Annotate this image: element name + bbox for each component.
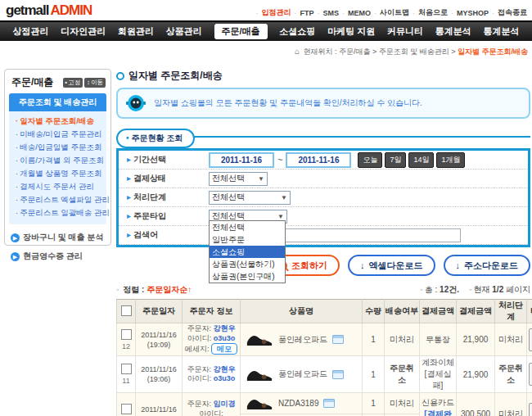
orderer-name[interactable]: 강현우 [214,365,236,373]
download-arrow-icon: ↓ [456,260,461,270]
download-arrow-icon: ↓ [360,260,365,270]
top-link-접속종료[interactable]: 접속종료 [498,7,527,18]
stage-cell: 주문취소 [495,356,527,393]
column-header-상품명: 상품명 [241,300,363,323]
product-image [246,396,273,411]
pay-method: 계좌이체 [422,358,454,367]
table-row: 102011/11/16(17:59)주문자: 임미경아이디: mimilimN… [117,393,532,414]
period-button-7일[interactable]: 7일 [385,152,406,168]
preview-monitor-icon[interactable] [323,399,335,408]
logo[interactable]: getmallADMIN [6,2,92,19]
nav-item-소셜쇼핑[interactable]: 소셜쇼핑 [279,25,315,38]
nav-item-디자인관리[interactable]: 디자인관리 [61,25,106,38]
stage-select[interactable]: 전체선택▼ [209,191,291,205]
sort-value[interactable]: 주문일자순↑ [147,285,192,294]
select-all-checkbox[interactable] [121,305,132,316]
dropdown-option-일반주문[interactable]: 일반주문 [210,233,285,246]
logo-admin: ADMIN [51,2,92,18]
sidebar-link-장바구니 및 매출 분석[interactable]: ▶장바구니 및 매출 분석 [11,232,110,243]
address-download-button[interactable]: ↓ 주소다운로드 [444,255,531,276]
breadcrumb-path: 주문/매출 > 주문조회 및 배송관리 > [339,47,458,56]
row-checkbox[interactable] [121,364,132,374]
form-row-pay-state: ▸결제상태 전체선택▼ [119,170,528,188]
user-id[interactable]: o3u3o [214,334,236,342]
nav-item-통계분석[interactable]: 통계분석 [435,25,471,38]
sort-control[interactable]: ◦ 정렬 : 주문일자순↑ [116,284,192,296]
top-link-처음으로[interactable]: 처음으로 [418,7,448,18]
nav-item-회원관리[interactable]: 회원관리 [118,25,154,38]
excel-download-button[interactable]: ↓ 엑셀다운로드 [348,255,435,276]
sidebar-link-label: 장바구니 및 매출 분석 [23,232,103,243]
bullet-icon: ◦ [116,285,119,294]
period-button-1개월[interactable]: 1개월 [436,152,465,168]
nav-item-주문/매출[interactable]: 주문/매출 [214,24,268,39]
dropdown-option-상품권(본인구매)[interactable]: 상품권(본인구매) [210,270,285,283]
dropdown-option-소셜쇼핑[interactable]: 소셜쇼핑 [210,246,285,258]
top-link-MYSHOP[interactable]: MYSHOP [457,9,489,17]
sidebar-item-일자별 주문조회/배송[interactable]: 일자별 주문조회/배송 [16,115,106,128]
top-link-MEMO[interactable]: MEMO [348,9,371,17]
order-date: 2011/11/16 [141,405,177,414]
orderer-name[interactable]: 임미경 [214,400,236,408]
sidebar-item-미배송/미입금 주문관리[interactable]: 미배송/미입금 주문관리 [16,128,106,141]
pay-state-select[interactable]: 전체선택▼ [209,172,268,186]
top-link-SMS[interactable]: SMS [322,9,339,17]
period-quick-buttons: 오늘7일14일1개월 [358,152,465,168]
sidebar-item-결제시도 주문서 관리[interactable]: 결제시도 주문서 관리 [16,180,106,193]
page-title: 일자별 주문조회/배송 [116,69,530,83]
nav-item-통계분석[interactable]: 통계분석 [484,25,520,38]
period-label: ▸기간선택 [119,154,209,165]
period-button-14일[interactable]: 14일 [408,152,434,168]
user-id[interactable]: o3u3o [214,374,236,382]
sidebar-item-주문리스트 엑셀파일 관리[interactable]: 주문리스트 엑셀파일 관리 [16,193,106,206]
delete-button[interactable]: 삭제 [529,328,532,351]
delete-button[interactable]: 삭제 [529,403,532,416]
pay-status: [결제실패] [425,369,452,390]
sidebar-item-주문리스트 일괄배송 관리[interactable]: 주문리스트 일괄배송 관리 [16,206,106,219]
preview-monitor-icon[interactable] [332,370,344,379]
sidebar-link-현금영수증 관리[interactable]: ▶현금영수증 관리 [11,251,110,262]
top-link-입점관리[interactable]: 입점관리 [261,7,291,18]
chevron-down-icon: ▼ [258,175,264,183]
info-box: 일자별 쇼핑몰의 모든 주문현황 및 주문내역을 확인/처리하실 수 있습니다. [116,88,530,119]
dropdown-option-전체선택[interactable]: 전체선택 [210,221,285,233]
row-select-cell: 11 [117,356,136,393]
memo-button[interactable]: 메모 [211,343,237,355]
sidebar-item-개월별 상품명 주문조회[interactable]: 개월별 상품명 주문조회 [16,167,106,180]
date-from-input[interactable] [209,152,274,168]
product-name: 풍인레오파드 [278,334,327,346]
period-button-오늘[interactable]: 오늘 [358,152,382,168]
nav-item-커뮤니티[interactable]: 커뮤니티 [387,25,423,38]
sidebar-item-이름/가격별 외 주문조회[interactable]: 이름/가격별 외 주문조회 [16,154,106,167]
orderer-cell: 주문자: 강현우아이디: o3u3o [183,356,241,393]
date-to-input[interactable] [286,152,351,168]
top-link-FTP[interactable]: FTP [300,9,313,17]
sidebar-title: 주문/매출 [11,75,53,89]
nav-item-상품관리[interactable]: 상품관리 [166,25,202,38]
nav-item-마케팅 지원[interactable]: 마케팅 지원 [327,25,375,38]
link-separator: · [374,9,376,17]
preview-monitor-icon[interactable] [332,335,344,344]
row-checkbox[interactable] [121,404,132,414]
sidebar-item-배송/입금일별 주문조회[interactable]: 배송/입금일별 주문조회 [16,141,106,154]
column-header-주문자 정보: 주문자 정보 [183,300,241,323]
link-separator: · [413,9,415,17]
sidebar-badge-이동[interactable]: 이동 [84,78,106,88]
info-text: 일자별 쇼핑몰의 모든 주문현황 및 주문내역을 확인/처리하실 수 있습니다. [154,97,422,109]
row-checkbox[interactable] [121,329,132,340]
qty-cell: 1 [363,356,385,393]
action-buttons: 조회하기 ↓ 엑셀다운로드 ↓ 주소다운로드 [116,255,530,276]
breadcrumb-prefix: 현재위치 : [303,47,336,56]
order-date-cell: 2011/11/16(17:59) [136,393,183,416]
breadcrumb: ⌂ 현재위치 : 주문/매출 > 주문조회 및 배송관리 > 일자별 주문조회/… [295,47,528,57]
list-summary: ◦ 정렬 : 주문일자순↑ ◦총 : 12건. ◦현재 1/2 페이지 [116,284,530,296]
column-header-주문일자: 주문일자 [136,300,183,323]
row-select-cell: 10 [117,393,136,416]
delete-button[interactable]: 삭제 [529,363,532,386]
dropdown-option-상품권(선물하기)[interactable]: 상품권(선물하기) [210,258,285,270]
nav-item-상점관리[interactable]: 상점관리 [12,25,48,38]
orderer-name[interactable]: 강현우 [214,324,236,332]
top-link-사이트맵[interactable]: 사이트맵 [380,7,409,18]
order-date-cell: 2011/11/16(19:06) [136,356,183,393]
sidebar-badge-고정[interactable]: 고정 [63,78,83,88]
